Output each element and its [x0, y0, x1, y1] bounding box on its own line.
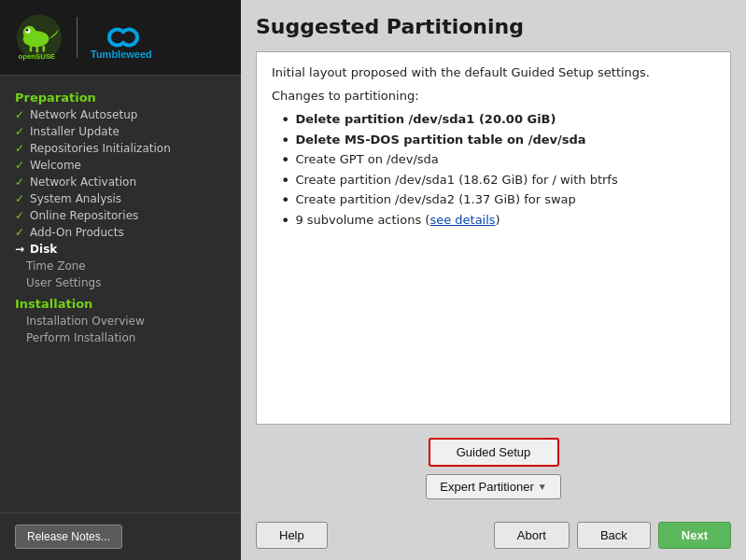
list-item: Create GPT on /dev/sda — [281, 150, 715, 171]
check-icon: ✓ — [15, 159, 24, 172]
page-title: Suggested Partitioning — [256, 15, 731, 38]
sidebar-subitem-user-settings: User Settings — [0, 274, 241, 291]
main-content: Suggested Partitioning Initial layout pr… — [241, 0, 746, 560]
check-icon: ✓ — [15, 175, 24, 189]
svg-rect-6 — [36, 47, 39, 53]
list-item: Delete partition /dev/sda1 (20.00 GiB) — [281, 110, 715, 131]
help-button[interactable]: Help — [256, 522, 328, 549]
logo-divider — [77, 17, 77, 58]
check-icon: ✓ — [15, 142, 24, 155]
partition-list: Delete partition /dev/sda1 (20.00 GiB) D… — [281, 110, 715, 231]
app-container: openSUSE Tumbleweed Preparation ✓ Networ… — [0, 0, 746, 560]
check-icon: ✓ — [15, 192, 24, 205]
check-icon: ✓ — [15, 125, 24, 138]
sidebar-item-welcome: ✓ Welcome — [0, 157, 241, 174]
back-button[interactable]: Back — [577, 522, 651, 549]
sidebar-item-installer-update: ✓ Installer Update — [0, 123, 241, 140]
sidebar-item-network-activation: ✓ Network Activation — [0, 174, 241, 190]
bottom-right: Abort Back Next — [494, 522, 731, 549]
sidebar-item-system-analysis: ✓ System Analysis — [0, 190, 241, 207]
dropdown-arrow-icon: ▼ — [538, 482, 547, 492]
sidebar-header: openSUSE Tumbleweed — [0, 0, 241, 76]
nav-section-preparation: Preparation — [0, 85, 241, 106]
list-item: 9 subvolume actions (see details) — [281, 211, 715, 231]
bottom-left: Help — [256, 522, 328, 549]
changes-title: Changes to partitioning: — [272, 89, 715, 103]
release-notes-button[interactable]: Release Notes... — [15, 525, 122, 549]
sidebar-subitem-time-zone: Time Zone — [0, 258, 241, 274]
tumbleweed-logo-icon: Tumbleweed — [91, 13, 156, 62]
svg-point-4 — [26, 29, 29, 32]
abort-button[interactable]: Abort — [494, 522, 570, 549]
sidebar-item-online-repositories: ✓ Online Repositories — [0, 207, 241, 224]
next-button[interactable]: Next — [658, 522, 731, 549]
content-intro: Initial layout proposed with the default… — [272, 65, 715, 79]
opensuse-chameleon-icon: openSUSE — [15, 13, 63, 62]
guided-setup-button[interactable]: Guided Setup — [429, 438, 559, 467]
svg-rect-5 — [30, 46, 33, 52]
sidebar-item-perform-installation: Perform Installation — [0, 329, 241, 346]
action-buttons-center: Guided Setup Expert Partitioner ▼ — [256, 438, 731, 499]
sidebar-item-repositories-init: ✓ Repositories Initialization — [0, 140, 241, 157]
sidebar-item-network-autosetup: ✓ Network Autosetup — [0, 106, 241, 123]
list-item: Create partition /dev/sda2 (1.37 GiB) fo… — [281, 190, 715, 211]
see-details-link[interactable]: see details — [429, 213, 495, 227]
nav-section-installation: Installation — [0, 291, 241, 313]
sidebar-item-disk: Disk — [0, 241, 241, 258]
sidebar: openSUSE Tumbleweed Preparation ✓ Networ… — [0, 0, 241, 560]
expert-partitioner-label: Expert Partitioner — [440, 480, 533, 494]
check-icon: ✓ — [15, 209, 24, 222]
svg-text:openSUSE: openSUSE — [18, 52, 55, 61]
expert-partitioner-button[interactable]: Expert Partitioner ▼ — [426, 474, 560, 499]
sidebar-item-add-on-products: ✓ Add-On Products — [0, 224, 241, 241]
sidebar-footer: Release Notes... — [0, 512, 241, 560]
check-icon: ✓ — [15, 226, 24, 239]
content-box: Initial layout proposed with the default… — [256, 51, 731, 425]
svg-rect-7 — [42, 46, 45, 52]
list-item: Create partition /dev/sda1 (18.62 GiB) f… — [281, 171, 715, 191]
bottom-bar: Help Abort Back Next — [256, 512, 731, 560]
svg-text:Tumbleweed: Tumbleweed — [91, 49, 152, 60]
check-icon: ✓ — [15, 108, 24, 121]
list-item: Delete MS-DOS partition table on /dev/sd… — [281, 131, 715, 151]
opensuse-logo: openSUSE Tumbleweed — [15, 13, 156, 62]
sidebar-nav: Preparation ✓ Network Autosetup ✓ Instal… — [0, 76, 241, 512]
sidebar-item-installation-overview: Installation Overview — [0, 313, 241, 329]
